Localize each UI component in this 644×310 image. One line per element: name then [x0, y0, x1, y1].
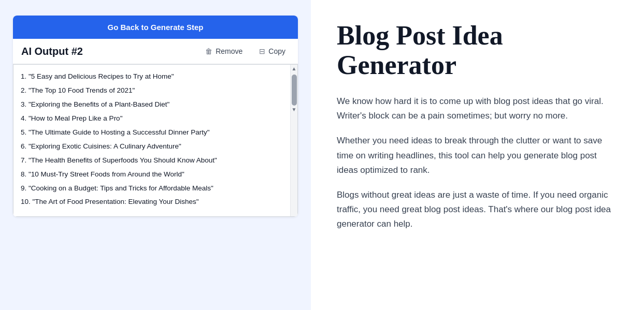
list-item: 9. "Cooking on a Budget: Tips and Tricks…: [21, 183, 283, 195]
list-item: 1. "5 Easy and Delicious Recipes to Try …: [21, 71, 283, 83]
list-item: 4. "How to Meal Prep Like a Pro": [21, 113, 283, 125]
list-item: 10. "The Art of Food Presentation: Eleva…: [21, 196, 283, 208]
copy-button[interactable]: ⊟ Copy: [255, 45, 290, 57]
scrollbar-thumb[interactable]: [292, 75, 297, 106]
list-item: 5. "The Ultimate Guide to Hosting a Succ…: [21, 127, 283, 139]
list-item: 2. "The Top 10 Food Trends of 2021": [21, 85, 283, 97]
paragraphs-container: We know how hard it is to come up with b…: [337, 94, 618, 231]
scroll-down-arrow[interactable]: ▼: [291, 106, 297, 113]
left-panel: Go Back to Generate Step AI Output #2 🗑 …: [0, 0, 311, 310]
left-inner: Go Back to Generate Step AI Output #2 🗑 …: [13, 16, 298, 217]
output-header: AI Output #2 🗑 Remove ⊟ Copy: [13, 39, 298, 64]
description-paragraph: Whether you need ideas to break through …: [337, 134, 618, 177]
output-title: AI Output #2: [21, 46, 201, 57]
remove-button[interactable]: 🗑 Remove: [201, 45, 247, 57]
remove-label: Remove: [216, 47, 242, 55]
description-paragraph: We know how hard it is to come up with b…: [337, 94, 618, 123]
action-buttons: 🗑 Remove ⊟ Copy: [201, 45, 290, 57]
output-content-wrapper: 1. "5 Easy and Delicious Recipes to Try …: [13, 64, 298, 217]
scroll-up-arrow[interactable]: ▲: [291, 65, 297, 72]
list-item: 3. "Exploring the Benefits of a Plant-Ba…: [21, 99, 283, 111]
trash-icon: 🗑: [205, 47, 212, 55]
copy-icon: ⊟: [259, 47, 265, 55]
page-title: Blog Post IdeaGenerator: [337, 21, 618, 80]
right-panel: Blog Post IdeaGenerator We know how hard…: [311, 0, 644, 310]
scrollbar-track: ▲ ▼: [290, 65, 297, 216]
go-back-button[interactable]: Go Back to Generate Step: [13, 16, 298, 39]
list-item: 7. "The Health Benefits of Superfoods Yo…: [21, 155, 283, 167]
description-paragraph: Blogs without great ideas are just a was…: [337, 188, 618, 231]
copy-label: Copy: [268, 47, 285, 55]
list-item: 8. "10 Must-Try Street Foods from Around…: [21, 169, 283, 181]
list-item: 6. "Exploring Exotic Cuisines: A Culinar…: [21, 141, 283, 153]
output-content: 1. "5 Easy and Delicious Recipes to Try …: [13, 65, 290, 216]
